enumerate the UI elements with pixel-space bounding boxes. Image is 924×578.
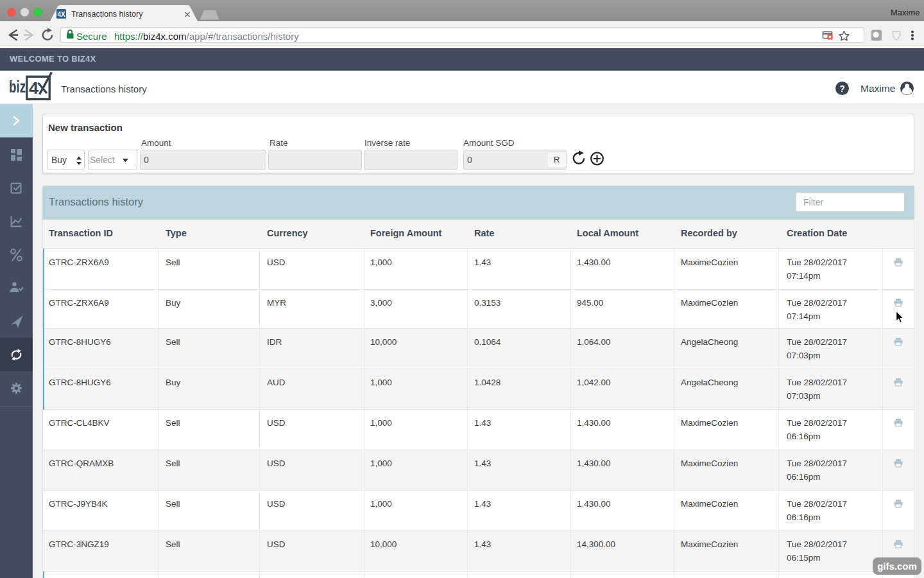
svg-text:biz: biz	[9, 77, 26, 96]
svg-text:4: 4	[29, 78, 39, 98]
svg-text:?: ?	[839, 83, 845, 94]
svg-text:Transactions history: Transactions history	[71, 10, 143, 19]
svg-text:Maxime: Maxime	[891, 8, 920, 17]
svg-text:Maxime: Maxime	[860, 83, 895, 94]
svg-text:4X: 4X	[57, 11, 65, 18]
